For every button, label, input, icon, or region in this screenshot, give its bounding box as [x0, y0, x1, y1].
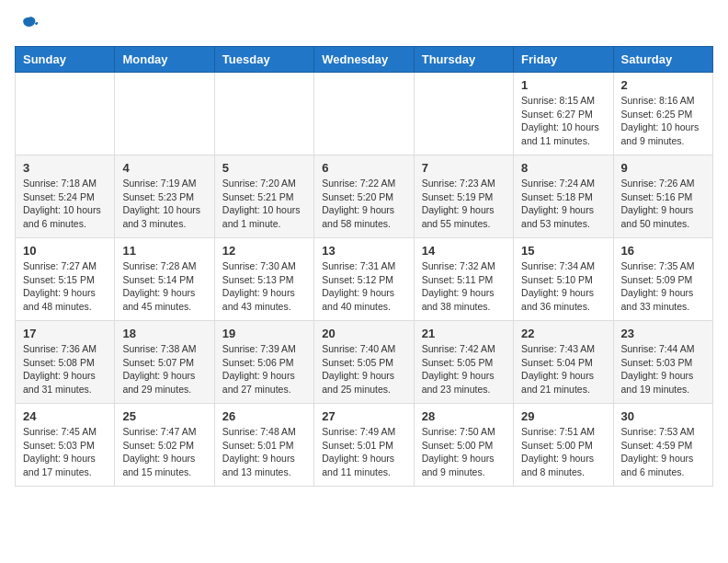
- calendar-cell: [414, 73, 513, 155]
- day-number: 10: [23, 244, 107, 258]
- day-info: Sunrise: 7:31 AM Sunset: 5:12 PM Dayligh…: [322, 259, 405, 314]
- calendar-cell: 28Sunrise: 7:50 AM Sunset: 5:00 PM Dayli…: [414, 404, 513, 487]
- weekday-header: Thursday: [414, 47, 513, 73]
- day-info: Sunrise: 7:51 AM Sunset: 5:00 PM Dayligh…: [521, 425, 605, 479]
- day-number: 26: [222, 409, 306, 423]
- day-info: Sunrise: 8:16 AM Sunset: 6:25 PM Dayligh…: [621, 94, 705, 148]
- calendar-cell: 23Sunrise: 7:44 AM Sunset: 5:03 PM Dayli…: [613, 321, 712, 404]
- calendar-cell: 12Sunrise: 7:30 AM Sunset: 5:13 PM Dayli…: [214, 238, 313, 321]
- calendar-cell: 4Sunrise: 7:19 AM Sunset: 5:23 PM Daylig…: [115, 155, 214, 238]
- weekday-header: Friday: [514, 47, 613, 73]
- day-number: 7: [422, 161, 506, 175]
- calendar-cell: 8Sunrise: 7:24 AM Sunset: 5:18 PM Daylig…: [514, 155, 613, 238]
- day-number: 28: [422, 409, 506, 423]
- header: [15, 15, 713, 35]
- calendar-week-row: 10Sunrise: 7:27 AM Sunset: 5:15 PM Dayli…: [16, 238, 713, 321]
- calendar-cell: 14Sunrise: 7:32 AM Sunset: 5:11 PM Dayli…: [414, 238, 513, 321]
- day-number: 30: [621, 409, 705, 423]
- calendar-cell: 15Sunrise: 7:34 AM Sunset: 5:10 PM Dayli…: [514, 238, 613, 321]
- calendar-cell: 9Sunrise: 7:26 AM Sunset: 5:16 PM Daylig…: [613, 155, 712, 238]
- day-info: Sunrise: 7:35 AM Sunset: 5:09 PM Dayligh…: [621, 259, 705, 314]
- day-number: 19: [222, 327, 306, 340]
- day-info: Sunrise: 7:39 AM Sunset: 5:06 PM Dayligh…: [222, 342, 306, 396]
- calendar-cell: 25Sunrise: 7:47 AM Sunset: 5:02 PM Dayli…: [115, 404, 214, 487]
- calendar-cell: 17Sunrise: 7:36 AM Sunset: 5:08 PM Dayli…: [16, 321, 115, 404]
- day-number: 14: [422, 244, 506, 258]
- day-info: Sunrise: 7:27 AM Sunset: 5:15 PM Dayligh…: [23, 259, 107, 314]
- day-number: 29: [521, 409, 605, 423]
- day-info: Sunrise: 7:50 AM Sunset: 5:00 PM Dayligh…: [422, 425, 506, 479]
- calendar-cell: 2Sunrise: 8:16 AM Sunset: 6:25 PM Daylig…: [613, 73, 712, 155]
- calendar-cell: 19Sunrise: 7:39 AM Sunset: 5:06 PM Dayli…: [214, 321, 313, 404]
- bird-icon: [18, 15, 39, 35]
- day-number: 27: [322, 409, 405, 423]
- day-number: 22: [521, 327, 605, 340]
- day-number: 12: [222, 244, 306, 258]
- calendar-cell: 6Sunrise: 7:22 AM Sunset: 5:20 PM Daylig…: [314, 155, 414, 238]
- weekday-header: Saturday: [613, 47, 712, 73]
- calendar-cell: 11Sunrise: 7:28 AM Sunset: 5:14 PM Dayli…: [115, 238, 214, 321]
- calendar-week-row: 24Sunrise: 7:45 AM Sunset: 5:03 PM Dayli…: [16, 404, 713, 487]
- calendar-cell: 27Sunrise: 7:49 AM Sunset: 5:01 PM Dayli…: [314, 404, 414, 487]
- day-info: Sunrise: 7:23 AM Sunset: 5:19 PM Dayligh…: [422, 177, 506, 231]
- day-info: Sunrise: 7:38 AM Sunset: 5:07 PM Dayligh…: [122, 342, 206, 396]
- calendar-cell: 18Sunrise: 7:38 AM Sunset: 5:07 PM Dayli…: [115, 321, 214, 404]
- day-number: 1: [521, 78, 605, 92]
- day-number: 20: [322, 327, 405, 340]
- calendar-week-row: 1Sunrise: 8:15 AM Sunset: 6:27 PM Daylig…: [16, 73, 713, 155]
- day-info: Sunrise: 7:49 AM Sunset: 5:01 PM Dayligh…: [322, 425, 405, 479]
- day-info: Sunrise: 7:53 AM Sunset: 4:59 PM Dayligh…: [621, 425, 705, 479]
- calendar-week-row: 3Sunrise: 7:18 AM Sunset: 5:24 PM Daylig…: [16, 155, 713, 238]
- day-number: 18: [122, 327, 206, 340]
- calendar-header-row: SundayMondayTuesdayWednesdayThursdayFrid…: [16, 47, 713, 73]
- day-number: 6: [322, 161, 405, 175]
- day-number: 25: [122, 409, 206, 423]
- calendar-cell: 21Sunrise: 7:42 AM Sunset: 5:05 PM Dayli…: [414, 321, 513, 404]
- logo: [15, 15, 39, 35]
- day-info: Sunrise: 7:45 AM Sunset: 5:03 PM Dayligh…: [23, 425, 107, 479]
- calendar-cell: 22Sunrise: 7:43 AM Sunset: 5:04 PM Dayli…: [514, 321, 613, 404]
- calendar-cell: 1Sunrise: 8:15 AM Sunset: 6:27 PM Daylig…: [514, 73, 613, 155]
- calendar-cell: [16, 73, 115, 155]
- day-info: Sunrise: 7:48 AM Sunset: 5:01 PM Dayligh…: [222, 425, 306, 479]
- day-info: Sunrise: 7:20 AM Sunset: 5:21 PM Dayligh…: [222, 177, 306, 231]
- calendar-cell: 13Sunrise: 7:31 AM Sunset: 5:12 PM Dayli…: [314, 238, 414, 321]
- weekday-header: Tuesday: [214, 47, 313, 73]
- day-number: 3: [23, 161, 107, 175]
- day-info: Sunrise: 7:18 AM Sunset: 5:24 PM Dayligh…: [23, 177, 107, 231]
- calendar-week-row: 17Sunrise: 7:36 AM Sunset: 5:08 PM Dayli…: [16, 321, 713, 404]
- calendar-cell: 7Sunrise: 7:23 AM Sunset: 5:19 PM Daylig…: [414, 155, 513, 238]
- calendar-cell: [115, 73, 214, 155]
- day-info: Sunrise: 7:32 AM Sunset: 5:11 PM Dayligh…: [422, 259, 506, 314]
- day-number: 21: [422, 327, 506, 340]
- calendar-cell: 20Sunrise: 7:40 AM Sunset: 5:05 PM Dayli…: [314, 321, 414, 404]
- weekday-header: Monday: [115, 47, 214, 73]
- day-info: Sunrise: 7:26 AM Sunset: 5:16 PM Dayligh…: [621, 177, 705, 231]
- day-number: 13: [322, 244, 405, 258]
- calendar-cell: 5Sunrise: 7:20 AM Sunset: 5:21 PM Daylig…: [214, 155, 313, 238]
- day-number: 23: [621, 327, 705, 340]
- weekday-header: Sunday: [16, 47, 115, 73]
- calendar-cell: 10Sunrise: 7:27 AM Sunset: 5:15 PM Dayli…: [16, 238, 115, 321]
- day-number: 5: [222, 161, 306, 175]
- day-info: Sunrise: 7:43 AM Sunset: 5:04 PM Dayligh…: [521, 342, 605, 396]
- day-info: Sunrise: 7:19 AM Sunset: 5:23 PM Dayligh…: [122, 177, 206, 231]
- day-info: Sunrise: 7:28 AM Sunset: 5:14 PM Dayligh…: [122, 259, 206, 314]
- calendar-cell: 24Sunrise: 7:45 AM Sunset: 5:03 PM Dayli…: [16, 404, 115, 487]
- day-info: Sunrise: 7:47 AM Sunset: 5:02 PM Dayligh…: [122, 425, 206, 479]
- calendar-cell: 30Sunrise: 7:53 AM Sunset: 4:59 PM Dayli…: [613, 404, 712, 487]
- day-info: Sunrise: 7:34 AM Sunset: 5:10 PM Dayligh…: [521, 259, 605, 314]
- calendar-cell: 26Sunrise: 7:48 AM Sunset: 5:01 PM Dayli…: [214, 404, 313, 487]
- day-number: 9: [621, 161, 705, 175]
- day-info: Sunrise: 7:40 AM Sunset: 5:05 PM Dayligh…: [322, 342, 405, 396]
- day-info: Sunrise: 7:44 AM Sunset: 5:03 PM Dayligh…: [621, 342, 705, 396]
- calendar-table: SundayMondayTuesdayWednesdayThursdayFrid…: [15, 46, 713, 487]
- calendar-cell: 29Sunrise: 7:51 AM Sunset: 5:00 PM Dayli…: [514, 404, 613, 487]
- day-info: Sunrise: 7:36 AM Sunset: 5:08 PM Dayligh…: [23, 342, 107, 396]
- calendar-cell: [314, 73, 414, 155]
- day-number: 24: [23, 409, 107, 423]
- day-info: Sunrise: 7:42 AM Sunset: 5:05 PM Dayligh…: [422, 342, 506, 396]
- day-info: Sunrise: 7:24 AM Sunset: 5:18 PM Dayligh…: [521, 177, 605, 231]
- calendar-cell: [214, 73, 313, 155]
- calendar-cell: 3Sunrise: 7:18 AM Sunset: 5:24 PM Daylig…: [16, 155, 115, 238]
